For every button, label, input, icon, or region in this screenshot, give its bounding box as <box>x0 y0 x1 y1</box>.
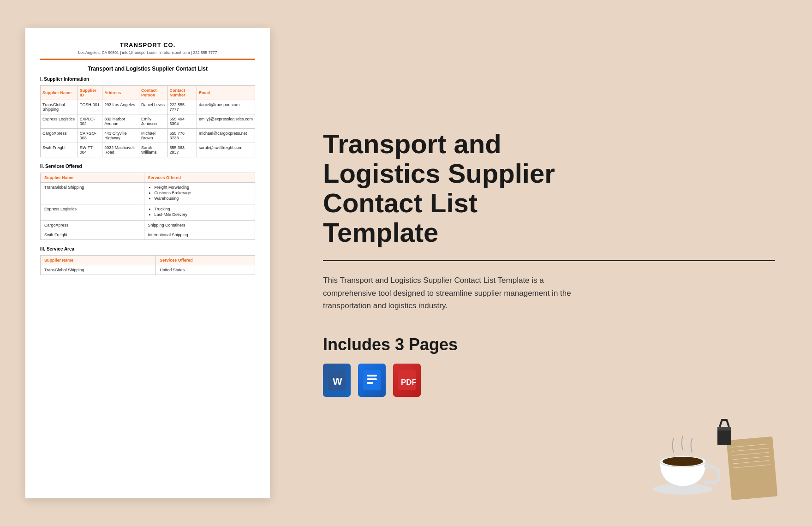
section1-heading: I. Supplier Information <box>40 77 255 82</box>
table-cell: Sarah Williams <box>139 143 167 157</box>
format-icons: W PDF <box>323 364 775 397</box>
description: This Transport and Logistics Supplier Co… <box>323 274 572 312</box>
notebook-lines <box>732 444 770 472</box>
services-supplier-name: TransGlobal Shipping <box>41 183 144 204</box>
svg-rect-12 <box>717 427 731 430</box>
services-col-supplier-name: Supplier Name <box>41 173 144 183</box>
pdf-icon[interactable]: PDF <box>393 364 421 397</box>
table-cell: 555 494 3394 <box>167 114 197 129</box>
col-address: Address <box>102 86 139 100</box>
table-cell: sarah@swiftfreight.com <box>197 143 255 157</box>
table-cell: TransGlobal Shipping <box>41 265 156 275</box>
supplier-table: Supplier Name Supplier ID Address Contac… <box>40 85 255 157</box>
docs-icon[interactable] <box>358 364 386 397</box>
table-cell: Michael Brown <box>139 129 167 143</box>
doc-contact-line: Los Angeles, CA 90301 | info@transport.c… <box>40 50 255 55</box>
table-cell: CARGO-003 <box>78 129 102 143</box>
services-supplier-name: Express Logistics <box>41 204 144 221</box>
table-cell: 555 363 2837 <box>167 143 197 157</box>
services-list: Freight ForwardingCustoms BrokerageWareh… <box>144 183 255 204</box>
svg-text:W: W <box>333 376 342 387</box>
area-col-services-offered: Services Offered <box>156 256 255 265</box>
company-name: TRANSPORT CO. <box>40 42 255 48</box>
table-row: Swift FreightInternational Shipping <box>41 230 255 240</box>
coffee-cup-icon <box>646 424 720 498</box>
table-cell: 443 Cityville Highway <box>102 129 139 143</box>
table-cell: michael@cargoxpress.net <box>197 129 255 143</box>
table-row: TransGlobal ShippingUnited States <box>41 265 255 275</box>
main-title: Transport and Logistics Supplier Contact… <box>323 129 591 247</box>
svg-text:PDF: PDF <box>401 378 416 387</box>
table-cell: 332 Harbor Avenue <box>102 114 139 129</box>
table-cell: emily.j@expresslogistics.com <box>197 114 255 129</box>
orange-divider <box>40 59 255 60</box>
col-supplier-id: Supplier ID <box>78 86 102 100</box>
table-cell: Express Logistics <box>41 114 78 129</box>
table-cell: EXPLO-002 <box>78 114 102 129</box>
table-row: TransGlobal ShippingTGSH-001293 Los Ange… <box>41 100 255 114</box>
list-item: Last-Mile Delivery <box>155 212 251 217</box>
table-cell: Swift Freight <box>41 143 78 157</box>
document: TRANSPORT CO. Los Angeles, CA 90301 | in… <box>25 28 270 498</box>
services-supplier-name: Swift Freight <box>41 230 144 240</box>
col-contact-person: Contact Person <box>139 86 167 100</box>
list-item: Freight Forwarding <box>155 185 251 190</box>
services-list: International Shipping <box>144 230 255 240</box>
table-row: Express LogisticsTruckingLast-Mile Deliv… <box>41 204 255 221</box>
col-contact-number: Contact Number <box>167 86 197 100</box>
table-row: CargoXpressCARGO-003443 Cityville Highwa… <box>41 129 255 143</box>
table-cell: daniel@transport.com <box>197 100 255 114</box>
svg-rect-4 <box>367 378 377 380</box>
table-cell: 222 555 7777 <box>167 100 197 114</box>
services-list: TruckingLast-Mile Delivery <box>144 204 255 221</box>
table-cell: Daniel Lewis <box>139 100 167 114</box>
area-col-supplier-name: Supplier Name <box>41 256 156 265</box>
right-panel: Transport and Logistics Supplier Contact… <box>295 0 812 526</box>
table-cell: CargoXpress <box>41 129 78 143</box>
table-cell: 555 776 3738 <box>167 129 197 143</box>
decoration-area <box>646 424 775 498</box>
svg-point-10 <box>663 457 703 466</box>
table-cell: 293 Los Angeles <box>102 100 139 114</box>
services-col-services-offered: Services Offered <box>144 173 255 183</box>
left-panel: TRANSPORT CO. Los Angeles, CA 90301 | in… <box>0 0 295 526</box>
table-cell: 2032 Machiavelli Road <box>102 143 139 157</box>
doc-title: Transport and Logistics Supplier Contact… <box>40 66 255 72</box>
list-item: Warehousing <box>155 196 251 201</box>
includes-heading: Includes 3 Pages <box>323 335 775 354</box>
service-area-table: Supplier Name Services Offered TransGlob… <box>40 255 255 275</box>
title-divider <box>323 260 775 261</box>
col-email: Email <box>197 86 255 100</box>
svg-rect-5 <box>367 382 373 384</box>
services-supplier-name: CargoXpress <box>41 221 144 230</box>
services-offered-table: Supplier Name Services Offered TransGlob… <box>40 173 255 240</box>
binder-clip-icon <box>713 418 736 450</box>
table-row: TransGlobal ShippingFreight ForwardingCu… <box>41 183 255 204</box>
list-item: Customs Brokerage <box>155 191 251 195</box>
table-cell: TGSH-001 <box>78 100 102 114</box>
col-supplier-name: Supplier Name <box>41 86 78 100</box>
table-cell: TransGlobal Shipping <box>41 100 78 114</box>
table-row: CargoXpressShipping Containers <box>41 221 255 230</box>
services-list: Shipping Containers <box>144 221 255 230</box>
section2-heading: II. Services Offered <box>40 164 255 169</box>
section3-heading: III. Service Area <box>40 246 255 251</box>
table-cell: SWIFT-004 <box>78 143 102 157</box>
table-cell: Emily Johnson <box>139 114 167 129</box>
word-icon[interactable]: W <box>323 364 351 397</box>
list-item: Trucking <box>155 207 251 211</box>
table-row: Swift FreightSWIFT-0042032 Machiavelli R… <box>41 143 255 157</box>
table-cell: United States <box>156 265 255 275</box>
table-row: Express LogisticsEXPLO-002332 Harbor Ave… <box>41 114 255 129</box>
svg-rect-3 <box>367 375 377 377</box>
